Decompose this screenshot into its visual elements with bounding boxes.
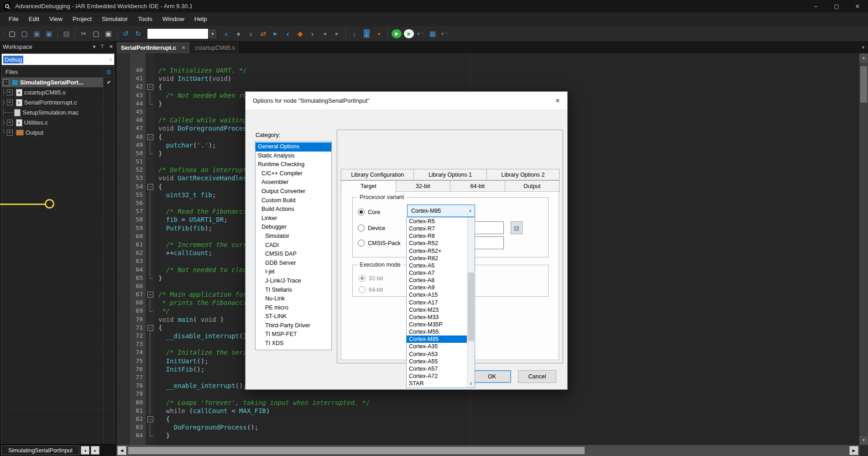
dropdown-scrollbar[interactable]: ∨ (467, 218, 475, 388)
fold-margin[interactable]: − (146, 324, 155, 332)
device-radio-row[interactable]: Device (358, 225, 385, 231)
fold-collapse-icon[interactable]: − (147, 84, 153, 90)
breakpoint-margin[interactable] (116, 157, 130, 166)
workspace-tree-item[interactable]: ├──SetupSimulation.mac (2, 108, 114, 118)
category-item[interactable]: CMSIS DAP (256, 250, 331, 259)
dropdown-option[interactable]: Cortex-A55 (407, 358, 475, 365)
breakpoint-margin[interactable] (116, 373, 130, 382)
dropdown-option[interactable]: Cortex-R7 (407, 225, 475, 232)
breakpoint-margin[interactable] (116, 232, 130, 241)
dropdown-option[interactable]: Cortex-M55 (407, 328, 475, 335)
next-bookmark-icon[interactable]: ► (331, 28, 343, 39)
workspace-tab-next-button[interactable]: ▸ (91, 446, 99, 455)
configuration-combobox[interactable]: Debug ˅ (1, 53, 115, 65)
menu-project[interactable]: Project (68, 12, 97, 26)
breakpoint-margin[interactable] (116, 390, 130, 398)
dropdown-option[interactable]: Cortex-A8 (407, 277, 475, 284)
fold-margin[interactable]: − (146, 290, 155, 299)
close-button[interactable]: ✕ (847, 0, 868, 12)
download-icon[interactable]: ↓ (349, 28, 360, 39)
breakpoint-margin[interactable] (116, 307, 130, 315)
previous-bookmark-group-icon[interactable]: ‹ (282, 28, 293, 39)
breakpoint-margin[interactable] (116, 249, 130, 257)
dropdown-option[interactable]: STAR (407, 380, 475, 387)
exec-32bit-radio-row[interactable]: 32-bit (359, 275, 383, 282)
scroll-up-icon[interactable]: ▲ (859, 53, 868, 63)
breakpoint-margin[interactable] (116, 149, 130, 157)
dropdown-option[interactable]: Cortex-A9 (407, 284, 475, 291)
breakpoint-margin[interactable] (116, 100, 130, 108)
core-radio-row[interactable]: Core (358, 209, 380, 215)
breakpoint-margin[interactable] (116, 365, 130, 373)
maximize-button[interactable]: ▢ (826, 0, 847, 12)
breakpoint-margin[interactable] (116, 257, 130, 265)
category-item[interactable]: TI MSP-FET (256, 330, 331, 339)
device-radio[interactable] (358, 225, 365, 231)
dialog-tab-library-options-2[interactable]: Library Options 2 (486, 169, 559, 180)
expand-icon[interactable]: + (7, 89, 13, 95)
breakpoint-margin[interactable] (116, 241, 130, 249)
fold-margin[interactable]: − (146, 415, 155, 423)
breakpoint-margin[interactable] (116, 415, 130, 423)
close-icon[interactable]: ✕ (109, 44, 113, 50)
workspace-tab[interactable]: SimulatingSerialPortInput (1, 446, 79, 455)
breakpoint-margin[interactable] (116, 83, 130, 91)
category-item[interactable]: CADI (256, 241, 331, 250)
exec-64bit-radio[interactable] (359, 286, 366, 293)
breakpoint-margin[interactable] (116, 315, 130, 324)
collapse-icon[interactable]: − (3, 79, 9, 85)
make-icon[interactable]: ▦ (427, 28, 439, 39)
fold-margin[interactable]: − (146, 83, 155, 91)
chevron-down-icon[interactable]: ▾ (208, 29, 217, 39)
breakpoint-margin[interactable] (116, 348, 130, 356)
cancel-button[interactable]: Cancel (518, 370, 556, 383)
device-browse-button[interactable]: ▤ (511, 221, 523, 234)
breakpoint-margin[interactable] (116, 407, 130, 415)
redo-icon[interactable]: ↻ (132, 28, 144, 39)
category-item[interactable]: ST-LINK (256, 312, 331, 321)
dropdown-option[interactable]: Cortex-A57 (407, 365, 475, 372)
breakpoint-margin[interactable] (116, 199, 130, 207)
fold-collapse-icon[interactable]: − (147, 416, 153, 422)
menu-help[interactable]: Help (189, 12, 212, 26)
toggle-source-browser-icon[interactable]: ⇄ (257, 28, 269, 39)
copy-icon[interactable]: ▢ (90, 28, 102, 39)
breakpoint-margin[interactable] (116, 124, 130, 132)
workspace-tree-item[interactable]: ├+cSerialPortInterrupt.c (2, 98, 114, 108)
download-and-debug-button[interactable]: ▶ (391, 28, 402, 39)
fold-collapse-icon[interactable]: − (147, 325, 153, 331)
fold-collapse-icon[interactable]: − (147, 292, 153, 298)
category-item[interactable]: TI XDS (256, 339, 331, 348)
category-item[interactable]: General Options (256, 142, 331, 152)
dialog-tab-32-bit[interactable]: 32-bit (396, 180, 451, 192)
save-icon[interactable]: ▣ (31, 28, 42, 39)
editor-horizontal-scrollbar[interactable]: ◀ ▶ (116, 445, 859, 456)
gear-icon[interactable]: ⚙ (103, 68, 114, 76)
dropdown-option[interactable]: Cortex-M33 (407, 314, 475, 321)
horizontal-scroll-thumb[interactable] (128, 447, 585, 454)
download-and-flash-icon[interactable]: ↓ (361, 28, 372, 39)
run-to-cursor-icon[interactable]: ▶ (270, 28, 281, 39)
dropdown-option[interactable]: Cortex-A7 (407, 269, 475, 277)
exec-32bit-radio[interactable] (359, 275, 366, 282)
breakpoint-margin[interactable] (116, 191, 130, 199)
undo-icon[interactable]: ↺ (120, 28, 131, 39)
cut-icon[interactable]: ✂ (78, 28, 89, 39)
print-icon[interactable]: ▤ (61, 28, 72, 39)
breakpoints-icon[interactable]: ● (373, 28, 385, 39)
breakpoint-margin[interactable] (116, 215, 130, 224)
breakpoint-margin[interactable] (116, 398, 130, 407)
close-tab-icon[interactable]: ✕ (182, 45, 185, 50)
debug-without-downloading-button[interactable]: ▶ (403, 28, 414, 39)
breakpoint-margin[interactable] (116, 224, 130, 232)
dialog-tab-output[interactable]: Output (505, 180, 560, 192)
expand-icon[interactable]: + (7, 130, 13, 136)
browse-symbol-icon[interactable]: ● (233, 28, 244, 39)
dialog-close-button[interactable]: ✕ (548, 92, 567, 109)
toolbar-overflow-icon[interactable]: ▾ ⁞ (417, 31, 424, 37)
fold-margin[interactable]: − (146, 183, 155, 191)
dropdown-scroll-down-icon[interactable]: ∨ (467, 380, 475, 388)
category-item[interactable]: TI Stellaris (256, 286, 331, 295)
category-item[interactable]: Debugger (256, 223, 331, 232)
dropdown-option[interactable]: Cortex-A17 (407, 299, 475, 306)
